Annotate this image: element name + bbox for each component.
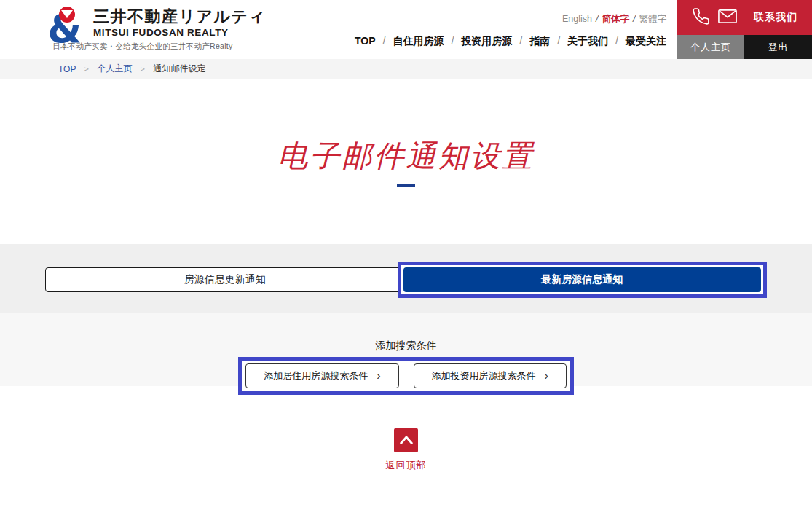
lang-separator: / — [633, 14, 635, 24]
breadcrumb-current-page: 通知邮件设定 — [153, 63, 205, 75]
tab-highlight-annotation: 最新房源信息通知 — [398, 262, 768, 298]
account-row: 个人主页 登出 — [677, 35, 812, 59]
breadcrumb-separator-icon: ＞ — [82, 63, 90, 74]
add-investment-search-condition-button[interactable]: 添加投资用房源搜索条件 › — [414, 363, 567, 388]
logout-button[interactable]: 登出 — [744, 35, 812, 59]
nav-item-residential[interactable]: 自住用房源 — [393, 35, 444, 47]
site-header: & 三井不動産リアルティ MITSUI FUDOSAN REALTY 日本不动产… — [0, 0, 812, 59]
mail-icon — [717, 8, 738, 28]
brand-logo[interactable]: & 三井不動産リアルティ MITSUI FUDOSAN REALTY — [48, 6, 267, 44]
phone-icon — [692, 7, 710, 28]
tab-property-update-notice[interactable]: 房源信息更新通知 — [45, 267, 405, 292]
tab-new-property-notice[interactable]: 最新房源信息通知 — [403, 267, 762, 292]
header-right: English/简体字/繁體字 TOP/自住用房源/投资用房源/指南/关于我们/… — [355, 13, 666, 48]
brand-tagline: 日本不动产买卖・交给龙头企业的三井不动产Realty — [52, 42, 233, 52]
lang-simplified-chinese[interactable]: 简体字 — [602, 14, 630, 24]
lang-traditional-chinese[interactable]: 繁體字 — [639, 14, 667, 24]
breadcrumb-mypage-link[interactable]: 个人主页 — [97, 63, 132, 75]
mypage-button[interactable]: 个人主页 — [677, 35, 744, 59]
brand-name-english: MITSUI FUDOSAN REALTY — [93, 27, 267, 38]
chevron-right-icon: › — [545, 370, 548, 382]
chevron-up-icon — [399, 434, 414, 447]
add-investment-search-condition-label: 添加投资用房源搜索条件 — [432, 369, 536, 382]
add-residential-search-condition-label: 添加居住用房源搜索条件 — [264, 369, 368, 382]
breadcrumb: TOP ＞ 个人主页 ＞ 通知邮件设定 — [0, 59, 812, 79]
back-to-top-label[interactable]: 返回顶部 — [0, 459, 812, 472]
nav-separator: / — [451, 35, 454, 47]
lang-separator: / — [596, 14, 598, 24]
nav-item-popular[interactable]: 最受关注 — [626, 35, 666, 47]
back-to-top-section: 返回顶部 — [0, 386, 812, 507]
contact-us-label: 联系我们 — [754, 11, 797, 24]
nav-item-top[interactable]: TOP — [355, 35, 376, 47]
lang-english[interactable]: English — [562, 14, 592, 24]
search-buttons-highlight-annotation: 添加居住用房源搜索条件 › 添加投资用房源搜索条件 › — [238, 357, 574, 395]
breadcrumb-separator-icon: ＞ — [138, 63, 146, 74]
add-search-condition-section: 添加搜索条件 添加居住用房源搜索条件 › 添加投资用房源搜索条件 › — [0, 313, 812, 386]
add-search-condition-heading: 添加搜索条件 — [0, 339, 812, 353]
chevron-right-icon: › — [377, 370, 380, 382]
add-residential-search-condition-button[interactable]: 添加居住用房源搜索条件 › — [245, 363, 398, 388]
nav-item-guide[interactable]: 指南 — [529, 35, 550, 47]
nav-separator: / — [383, 35, 386, 47]
contact-us-button[interactable]: 联系我们 — [677, 0, 812, 35]
search-buttons-row: 添加居住用房源搜索条件 › 添加投资用房源搜索条件 › — [245, 363, 567, 388]
page-title: 电子邮件通知设置 — [0, 140, 812, 173]
nav-item-about[interactable]: 关于我们 — [567, 35, 608, 47]
title-section: 电子邮件通知设置 — [0, 79, 812, 244]
notification-tabs: 房源信息更新通知 最新房源信息通知 — [45, 262, 767, 298]
breadcrumb-top-link[interactable]: TOP — [58, 64, 76, 74]
nav-item-investment[interactable]: 投资用房源 — [461, 35, 512, 47]
mitsui-ampersand-logo-icon: & — [48, 6, 89, 44]
notification-tabs-section: 房源信息更新通知 最新房源信息通知 — [0, 244, 812, 313]
language-switcher: English/简体字/繁體字 — [355, 13, 666, 25]
brand-name-japanese: 三井不動産リアルティ — [93, 8, 267, 25]
main-nav: TOP/自住用房源/投资用房源/指南/关于我们/最受关注 — [355, 35, 666, 48]
title-underline — [397, 184, 415, 187]
brand-name: 三井不動産リアルティ MITSUI FUDOSAN REALTY — [93, 6, 267, 38]
nav-separator: / — [519, 35, 522, 47]
nav-separator: / — [615, 35, 618, 47]
back-to-top-button[interactable] — [394, 428, 418, 452]
nav-separator: / — [557, 35, 560, 47]
